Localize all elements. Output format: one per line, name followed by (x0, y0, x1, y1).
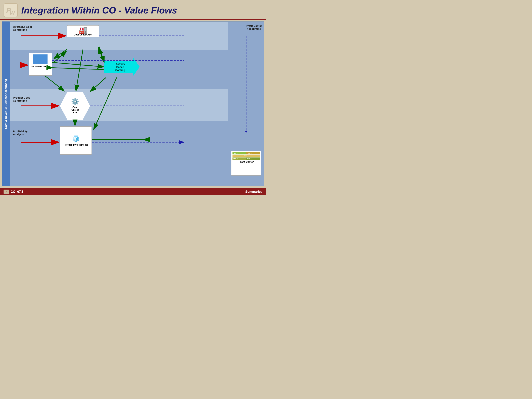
page-title: Integration Within CO - Value Flows (21, 5, 177, 16)
cost-center-acc-node: 🏭 Cost Center Acc. (67, 25, 99, 38)
band-product-cost (10, 89, 228, 121)
slide-id: CO_07.3 (11, 190, 23, 194)
overhead-order-icon (33, 54, 48, 64)
section-label: Summaries (245, 190, 262, 194)
diagram-main: Overhead Cost Controlling Product Cost C… (10, 21, 228, 186)
profitability-segments-label: Profitability segments (64, 144, 88, 146)
logo: P W (4, 3, 18, 17)
gear-icon: ⚙️ (71, 98, 79, 106)
abc-label: Activity Based Costing (115, 63, 129, 71)
logo-icon: P W (5, 5, 16, 16)
left-label: Cost & Revenue Element Accounting (2, 21, 10, 186)
overhead-cost-label: Overhead Cost Controlling (13, 25, 32, 31)
svg-text:W: W (10, 10, 15, 16)
cost-center-label: Cost Center Acc. (69, 33, 98, 36)
band-profitability-analysis (10, 121, 228, 156)
footer-logo: ≡ (4, 190, 9, 194)
profit-center-node: PrCtr 1 PrCtr 4 PrCtr 2 PrCtr 3 PrCtr 5 … (231, 151, 261, 176)
svg-marker-27 (245, 131, 247, 133)
profit-center-label: Profit Center (233, 160, 260, 163)
cube-icon: 🧊 (72, 135, 80, 142)
overhead-order-label: Overhead Order Acc. (29, 65, 51, 68)
footer: ≡ CO_07.3 Summaries (0, 188, 266, 195)
overhead-order-node: Overhead Order Acc. (29, 53, 52, 76)
product-cost-label: Product Cost Controlling (13, 96, 30, 102)
profit-center-acc-label: Profit Center Accounting (246, 24, 262, 30)
band-overhead (10, 22, 228, 50)
profit-center-grid: PrCtr 1 PrCtr 4 PrCtr 2 PrCtr 3 PrCtr 5 (233, 152, 260, 160)
factory-icon: 🏭 (69, 27, 98, 33)
profitability-analysis-label: Profitability Analysis (13, 130, 28, 136)
right-panel: Profit Center Accounting PrCtr 1 PrCtr 4… (228, 21, 264, 186)
cost-object-label: Cost Object CO (71, 106, 79, 114)
header: P W Integration Within CO - Value Flows (0, 0, 266, 20)
profitability-segments-node: 🧊 Profitability segments (60, 126, 92, 155)
